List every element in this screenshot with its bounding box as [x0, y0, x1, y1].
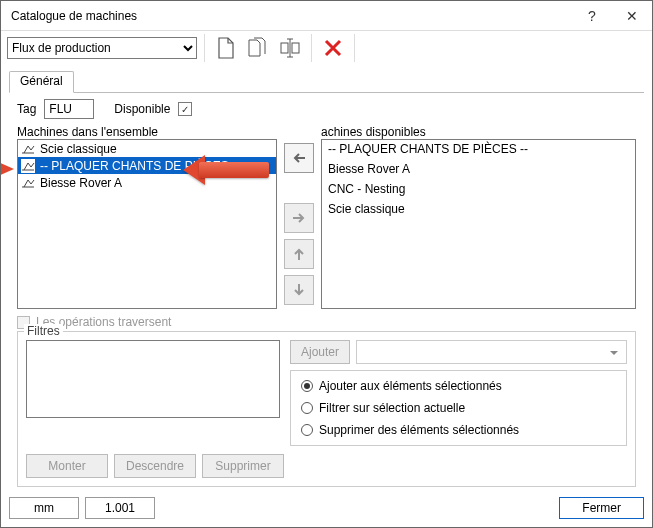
- machine-icon: [21, 176, 35, 190]
- copy-doc-icon[interactable]: [244, 34, 272, 62]
- separator: [204, 34, 205, 62]
- disponibles-column: achines disponibles -- PLAQUER CHANTS DE…: [321, 125, 636, 309]
- delete-icon[interactable]: [319, 34, 347, 62]
- radio-label: Filtrer sur sélection actuelle: [319, 401, 465, 415]
- tag-label: Tag: [17, 102, 36, 116]
- tag-row: Tag Disponible ✓: [17, 99, 636, 119]
- disponibles-item[interactable]: CNC - Nesting: [322, 180, 635, 200]
- filtres-listbox[interactable]: [26, 340, 280, 418]
- lists-area: Machines dans l'ensemble Scie classique …: [17, 125, 636, 309]
- radio-icon: [301, 380, 313, 392]
- radio-row[interactable]: Filtrer sur sélection actuelle: [301, 401, 616, 415]
- scale-cell[interactable]: 1.001: [85, 497, 155, 519]
- ensemble-header: Machines dans l'ensemble: [17, 125, 277, 139]
- tab-strip: Général: [9, 71, 644, 93]
- radio-row[interactable]: Supprimer des éléments sélectionnés: [301, 423, 616, 437]
- tab-general[interactable]: Général: [9, 71, 74, 93]
- separator: [311, 34, 312, 62]
- rename-icon[interactable]: [276, 34, 304, 62]
- supprimer-button: Supprimer: [202, 454, 284, 478]
- filtre-combo[interactable]: [356, 340, 627, 364]
- move-down-button[interactable]: [284, 275, 314, 305]
- close-window-button[interactable]: ✕: [612, 1, 652, 31]
- disponibles-listbox[interactable]: -- PLAQUER CHANTS DE PIÈCES -- Biesse Ro…: [321, 139, 636, 309]
- descendre-button: Descendre: [114, 454, 196, 478]
- disponible-checkbox[interactable]: ✓: [178, 102, 192, 116]
- radio-label: Ajouter aux éléments sélectionnés: [319, 379, 502, 393]
- monter-button: Monter: [26, 454, 108, 478]
- general-panel: Tag Disponible ✓ Machines dans l'ensembl…: [9, 93, 644, 487]
- filtres-group: Filtres Ajouter Ajouter aux éléments sél…: [17, 331, 636, 487]
- callout-arrow-left: [0, 162, 14, 176]
- disponibles-item[interactable]: -- PLAQUER CHANTS DE PIÈCES --: [322, 140, 635, 160]
- disponibles-item[interactable]: Biesse Rover A: [322, 160, 635, 180]
- ensemble-item-label: Scie classique: [40, 142, 117, 156]
- disponibles-header: achines disponibles: [321, 125, 636, 139]
- ensemble-column: Machines dans l'ensemble Scie classique …: [17, 125, 277, 309]
- remove-button[interactable]: [284, 203, 314, 233]
- toolbar: Flux de production: [1, 31, 652, 65]
- fermer-button[interactable]: Fermer: [559, 497, 644, 519]
- flow-select[interactable]: Flux de production: [7, 37, 197, 59]
- radio-label: Supprimer des éléments sélectionnés: [319, 423, 519, 437]
- filtres-legend: Filtres: [24, 324, 63, 338]
- title-bar: Catalogue de machines ? ✕: [1, 1, 652, 31]
- radio-icon: [301, 402, 313, 414]
- window-title: Catalogue de machines: [11, 9, 572, 23]
- ensemble-item-label: Biesse Rover A: [40, 176, 122, 190]
- disponibles-item[interactable]: Scie classique: [322, 200, 635, 220]
- radio-row[interactable]: Ajouter aux éléments sélectionnés: [301, 379, 616, 393]
- ensemble-listbox[interactable]: Scie classique -- PLAQUER CHANTS DE PIÈC…: [17, 139, 277, 309]
- ops-traversent-row: Les opérations traversent: [17, 315, 636, 329]
- transfer-buttons: [277, 125, 321, 309]
- separator: [354, 34, 355, 62]
- svg-rect-0: [281, 43, 288, 53]
- new-doc-icon[interactable]: [212, 34, 240, 62]
- machine-icon: [21, 159, 35, 173]
- filtre-mode-group: Ajouter aux éléments sélectionnés Filtre…: [290, 370, 627, 446]
- move-up-button[interactable]: [284, 239, 314, 269]
- help-button[interactable]: ?: [572, 1, 612, 31]
- disponible-label: Disponible: [114, 102, 170, 116]
- ajouter-button: Ajouter: [290, 340, 350, 364]
- radio-icon: [301, 424, 313, 436]
- machine-icon: [21, 142, 35, 156]
- tag-input[interactable]: [44, 99, 94, 119]
- unit-cell[interactable]: mm: [9, 497, 79, 519]
- ensemble-item[interactable]: Scie classique: [18, 140, 276, 157]
- svg-rect-1: [292, 43, 299, 53]
- add-button[interactable]: [284, 143, 314, 173]
- status-bar: mm 1.001 Fermer: [9, 497, 644, 519]
